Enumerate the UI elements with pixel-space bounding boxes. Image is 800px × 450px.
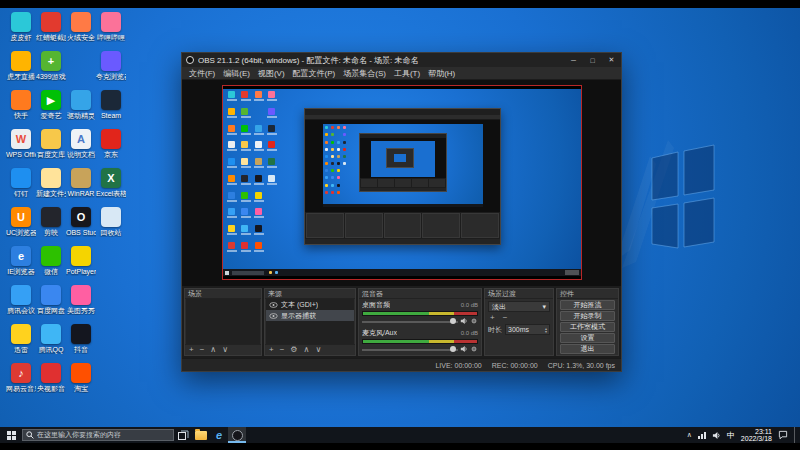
visibility-eye-icon[interactable]	[269, 313, 278, 319]
obs-taskbar-button[interactable]	[228, 427, 246, 443]
menu-scene-collection[interactable]: 场景集合(S)	[339, 68, 390, 79]
speaker-icon[interactable]	[460, 345, 468, 353]
start-streaming-button[interactable]: 开始推流	[560, 300, 615, 310]
show-desktop-button[interactable]	[794, 427, 798, 443]
minimize-button[interactable]: ─	[564, 53, 583, 67]
menu-help[interactable]: 帮助(H)	[424, 68, 459, 79]
network-icon[interactable]	[698, 431, 706, 439]
desktop-icon[interactable]: 百度网盘	[36, 285, 66, 323]
desktop-icon[interactable]: 百度文库	[36, 129, 66, 167]
desktop-icon[interactable]: 新建文件夹	[36, 168, 66, 206]
add-source-button[interactable]: +	[269, 346, 274, 354]
file-explorer-button[interactable]	[192, 427, 210, 443]
start-recording-button[interactable]: 开始录制	[560, 311, 615, 321]
desktop-icon[interactable]: 迅雷	[6, 324, 36, 362]
scene-down-button[interactable]: ∨	[222, 346, 228, 354]
gear-icon[interactable]	[470, 317, 478, 325]
volume-slider[interactable]	[362, 318, 458, 325]
desktop-icon[interactable]: 美图秀秀	[66, 285, 96, 323]
desktop-icon[interactable]: 央视影音	[36, 363, 66, 401]
desktop-icon[interactable]: PotPlayer	[66, 246, 96, 284]
menu-tools[interactable]: 工具(T)	[390, 68, 424, 79]
desktop-icon-label: 4399游戏盒	[36, 73, 66, 81]
add-transition-button[interactable]: +	[490, 314, 495, 322]
hidden-icons-chevron[interactable]: ∧	[687, 431, 692, 439]
volume-icon[interactable]	[712, 431, 721, 440]
close-button[interactable]: ✕	[602, 53, 621, 67]
desktop-icon[interactable]: 皮皮虾	[6, 12, 36, 50]
desktop-icon[interactable]: +4399游戏盒	[36, 51, 66, 89]
transition-duration-spinner[interactable]: 300ms ▴ ▾	[505, 324, 550, 335]
remove-scene-button[interactable]: −	[200, 346, 205, 354]
source-properties-button[interactable]: ⚙	[290, 346, 297, 354]
desktop-icon[interactable]: 腾讯QQ	[36, 324, 66, 362]
settings-button[interactable]: 设置	[560, 333, 615, 343]
remove-source-button[interactable]: −	[280, 346, 285, 354]
desktop-icon[interactable]: OOBS Studio	[66, 207, 96, 245]
exit-button[interactable]: 退出	[560, 344, 615, 354]
taskbar-clock[interactable]: 23:11 2022/3/18	[741, 428, 772, 443]
desktop-icon[interactable]: Steam	[96, 90, 126, 128]
obs-title-bar[interactable]: OBS 21.1.2 (64bit, windows) - 配置文件: 未命名 …	[182, 53, 621, 67]
volume-slider-handle[interactable]	[450, 318, 456, 324]
source-item[interactable]: 文本 (GDI+)	[266, 299, 354, 310]
volume-slider[interactable]	[362, 346, 458, 353]
desktop-icon[interactable]: 微信	[36, 246, 66, 284]
sources-list[interactable]: 文本 (GDI+)显示器捕获	[266, 299, 354, 344]
studio-mode-button[interactable]: 工作室模式	[560, 322, 615, 332]
desktop-icon[interactable]: eIE浏览器	[6, 246, 36, 284]
desktop-icon[interactable]: 回收站	[96, 207, 126, 245]
obs-preview-canvas[interactable]	[182, 80, 621, 286]
visibility-eye-icon[interactable]	[269, 302, 278, 308]
mini-desktop-icon	[337, 155, 340, 158]
desktop-icon[interactable]: 红蜻蜓截图	[36, 12, 66, 50]
desktop-icon[interactable]: 淘宝	[66, 363, 96, 401]
desktop-icon-label: 美图秀秀	[66, 307, 96, 315]
menu-profile[interactable]: 配置文件(P)	[289, 68, 340, 79]
desktop-icon[interactable]: UUC浏览器	[6, 207, 36, 245]
task-view-button[interactable]	[174, 427, 192, 443]
ie-browser-button[interactable]: e	[210, 427, 228, 443]
source-up-button[interactable]: ∧	[304, 346, 310, 354]
desktop-icon[interactable]: 抖音	[66, 324, 96, 362]
taskbar-search-input[interactable]: 在这里输入你要搜索的内容	[22, 429, 174, 441]
desktop-icon[interactable]: 夸克浏览器	[96, 51, 126, 89]
desktop-icon[interactable]: 腾讯会议	[6, 285, 36, 323]
add-scene-button[interactable]: +	[189, 346, 194, 354]
mixer-channel: 麦克风/Aux0.0 dB	[359, 327, 481, 355]
mixer-dock: 混音器 桌面音频0.0 dB麦克风/Aux0.0 dB	[358, 288, 482, 356]
desktop-icon[interactable]: 驱动精灵	[66, 90, 96, 128]
transition-select[interactable]: 淡出 ▾	[488, 301, 550, 312]
gear-icon[interactable]	[470, 345, 478, 353]
desktop-icon[interactable]: 钉钉	[6, 168, 36, 206]
speaker-icon[interactable]	[460, 317, 468, 325]
notification-center-icon[interactable]	[778, 430, 788, 440]
maximize-button[interactable]: □	[583, 53, 602, 67]
desktop-icon[interactable]: A说明文档	[66, 129, 96, 167]
remove-transition-button[interactable]: −	[503, 314, 508, 322]
menu-edit[interactable]: 编辑(E)	[219, 68, 254, 79]
source-item[interactable]: 显示器捕获	[266, 310, 354, 321]
desktop-icon[interactable]: ♪网易云音乐	[6, 363, 36, 401]
desktop-icon[interactable]: 快手	[6, 90, 36, 128]
start-button[interactable]	[0, 427, 22, 443]
scenes-list[interactable]	[186, 299, 260, 344]
desktop-icon[interactable]: 剪映	[36, 207, 66, 245]
scene-up-button[interactable]: ∧	[210, 346, 216, 354]
desktop-icon[interactable]: XExcel表格	[96, 168, 126, 206]
desktop-icon[interactable]: 京东	[96, 129, 126, 167]
spinner-down-icon[interactable]: ▾	[545, 330, 547, 333]
desktop-icon[interactable]: WinRAR	[66, 168, 96, 206]
menu-file[interactable]: 文件(F)	[185, 68, 219, 79]
mini-desktop-icon-label	[254, 99, 264, 101]
desktop-icon[interactable]: 虎牙直播	[6, 51, 36, 89]
ime-indicator[interactable]: 中	[727, 430, 735, 441]
source-down-button[interactable]: ∨	[315, 346, 321, 354]
desktop-icon[interactable]: 火绒安全	[66, 12, 96, 50]
mini-desktop-icon-label	[227, 183, 237, 185]
volume-slider-handle[interactable]	[450, 346, 456, 352]
menu-view[interactable]: 视图(V)	[254, 68, 289, 79]
desktop-icon[interactable]: 哔哩哔哩	[96, 12, 126, 50]
desktop-icon[interactable]: WWPS Office	[6, 129, 36, 167]
desktop-icon[interactable]: ▶爱奇艺	[36, 90, 66, 128]
